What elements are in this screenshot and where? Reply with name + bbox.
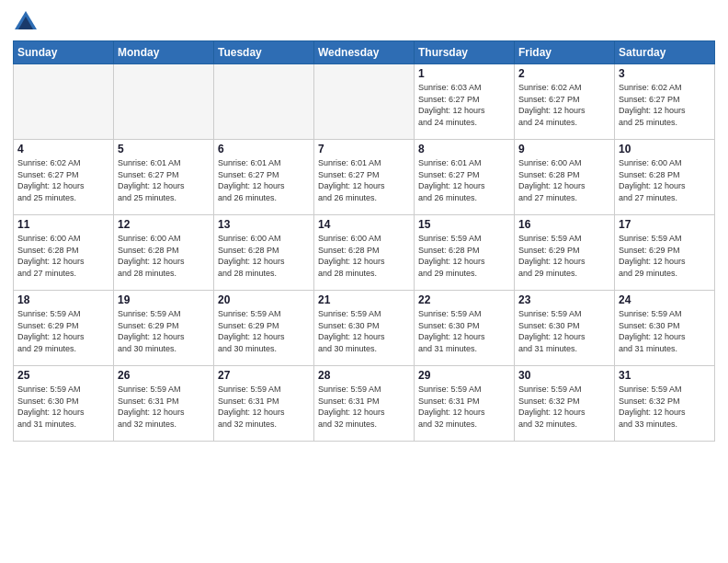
calendar-week-row: 18Sunrise: 5:59 AM Sunset: 6:29 PM Dayli… xyxy=(14,291,715,366)
col-header-tuesday: Tuesday xyxy=(214,41,314,64)
col-header-thursday: Thursday xyxy=(415,41,515,64)
day-info: Sunrise: 6:00 AM Sunset: 6:28 PM Dayligh… xyxy=(518,157,610,203)
day-info: Sunrise: 6:01 AM Sunset: 6:27 PM Dayligh… xyxy=(118,157,210,203)
calendar-week-row: 25Sunrise: 5:59 AM Sunset: 6:30 PM Dayli… xyxy=(14,366,715,442)
calendar-cell: 27Sunrise: 5:59 AM Sunset: 6:31 PM Dayli… xyxy=(214,366,314,442)
day-info: Sunrise: 5:59 AM Sunset: 6:30 PM Dayligh… xyxy=(619,308,711,354)
day-info: Sunrise: 5:59 AM Sunset: 6:29 PM Dayligh… xyxy=(619,233,711,279)
calendar-cell: 15Sunrise: 5:59 AM Sunset: 6:28 PM Dayli… xyxy=(415,215,515,291)
day-number: 10 xyxy=(619,143,711,155)
day-number: 1 xyxy=(418,67,510,80)
calendar-cell: 2Sunrise: 6:02 AM Sunset: 6:27 PM Daylig… xyxy=(515,64,615,140)
page: SundayMondayTuesdayWednesdayThursdayFrid… xyxy=(0,0,728,563)
calendar-cell: 14Sunrise: 6:00 AM Sunset: 6:28 PM Dayli… xyxy=(314,215,415,291)
calendar-week-row: 4Sunrise: 6:02 AM Sunset: 6:27 PM Daylig… xyxy=(14,140,715,215)
day-info: Sunrise: 6:00 AM Sunset: 6:28 PM Dayligh… xyxy=(318,233,410,279)
col-header-friday: Friday xyxy=(515,41,615,64)
calendar-cell: 11Sunrise: 6:00 AM Sunset: 6:28 PM Dayli… xyxy=(14,215,114,291)
day-info: Sunrise: 5:59 AM Sunset: 6:30 PM Dayligh… xyxy=(518,308,610,354)
calendar-cell xyxy=(114,64,214,140)
day-info: Sunrise: 6:02 AM Sunset: 6:27 PM Dayligh… xyxy=(518,82,610,128)
day-number: 2 xyxy=(518,67,610,80)
day-number: 3 xyxy=(619,67,711,80)
day-info: Sunrise: 6:02 AM Sunset: 6:27 PM Dayligh… xyxy=(17,157,109,203)
day-number: 15 xyxy=(418,218,510,231)
day-info: Sunrise: 6:03 AM Sunset: 6:27 PM Dayligh… xyxy=(418,82,510,128)
calendar-cell: 29Sunrise: 5:59 AM Sunset: 6:31 PM Dayli… xyxy=(415,366,515,442)
col-header-monday: Monday xyxy=(114,41,214,64)
day-info: Sunrise: 6:00 AM Sunset: 6:28 PM Dayligh… xyxy=(17,233,109,279)
day-info: Sunrise: 5:59 AM Sunset: 6:31 PM Dayligh… xyxy=(418,384,510,430)
day-info: Sunrise: 6:00 AM Sunset: 6:28 PM Dayligh… xyxy=(619,157,711,203)
day-number: 29 xyxy=(418,369,510,382)
day-number: 12 xyxy=(118,218,210,231)
day-info: Sunrise: 6:02 AM Sunset: 6:27 PM Dayligh… xyxy=(619,82,711,128)
day-number: 30 xyxy=(518,369,610,382)
day-info: Sunrise: 6:01 AM Sunset: 6:27 PM Dayligh… xyxy=(218,157,310,203)
calendar-cell: 8Sunrise: 6:01 AM Sunset: 6:27 PM Daylig… xyxy=(415,140,515,215)
calendar-cell: 22Sunrise: 5:59 AM Sunset: 6:30 PM Dayli… xyxy=(415,291,515,366)
calendar-cell xyxy=(314,64,415,140)
day-info: Sunrise: 5:59 AM Sunset: 6:28 PM Dayligh… xyxy=(418,233,510,279)
calendar-cell: 28Sunrise: 5:59 AM Sunset: 6:31 PM Dayli… xyxy=(314,366,415,442)
header xyxy=(13,9,715,35)
calendar-cell: 16Sunrise: 5:59 AM Sunset: 6:29 PM Dayli… xyxy=(515,215,615,291)
day-number: 27 xyxy=(218,369,310,382)
day-info: Sunrise: 6:01 AM Sunset: 6:27 PM Dayligh… xyxy=(418,157,510,203)
day-number: 14 xyxy=(318,218,410,231)
calendar-cell: 31Sunrise: 5:59 AM Sunset: 6:32 PM Dayli… xyxy=(615,366,715,442)
col-header-saturday: Saturday xyxy=(615,41,715,64)
calendar-cell: 12Sunrise: 6:00 AM Sunset: 6:28 PM Dayli… xyxy=(114,215,214,291)
col-header-wednesday: Wednesday xyxy=(314,41,415,64)
calendar-week-row: 11Sunrise: 6:00 AM Sunset: 6:28 PM Dayli… xyxy=(14,215,715,291)
day-info: Sunrise: 5:59 AM Sunset: 6:32 PM Dayligh… xyxy=(619,384,711,430)
day-info: Sunrise: 5:59 AM Sunset: 6:29 PM Dayligh… xyxy=(17,308,109,354)
day-info: Sunrise: 6:00 AM Sunset: 6:28 PM Dayligh… xyxy=(218,233,310,279)
day-number: 22 xyxy=(418,293,510,306)
calendar-header-row: SundayMondayTuesdayWednesdayThursdayFrid… xyxy=(14,41,715,64)
day-number: 31 xyxy=(619,369,711,382)
logo-icon xyxy=(13,9,39,35)
calendar-cell: 18Sunrise: 5:59 AM Sunset: 6:29 PM Dayli… xyxy=(14,291,114,366)
calendar-cell: 25Sunrise: 5:59 AM Sunset: 6:30 PM Dayli… xyxy=(14,366,114,442)
day-info: Sunrise: 6:00 AM Sunset: 6:28 PM Dayligh… xyxy=(118,233,210,279)
day-info: Sunrise: 6:01 AM Sunset: 6:27 PM Dayligh… xyxy=(318,157,410,203)
day-number: 26 xyxy=(118,369,210,382)
day-number: 18 xyxy=(17,293,109,306)
day-info: Sunrise: 5:59 AM Sunset: 6:31 PM Dayligh… xyxy=(318,384,410,430)
day-number: 23 xyxy=(518,293,610,306)
day-number: 16 xyxy=(518,218,610,231)
day-number: 20 xyxy=(218,293,310,306)
calendar-cell: 9Sunrise: 6:00 AM Sunset: 6:28 PM Daylig… xyxy=(515,140,615,215)
calendar-cell: 17Sunrise: 5:59 AM Sunset: 6:29 PM Dayli… xyxy=(615,215,715,291)
day-number: 19 xyxy=(118,293,210,306)
day-number: 9 xyxy=(518,143,610,155)
calendar-cell: 6Sunrise: 6:01 AM Sunset: 6:27 PM Daylig… xyxy=(214,140,314,215)
day-info: Sunrise: 5:59 AM Sunset: 6:31 PM Dayligh… xyxy=(118,384,210,430)
day-info: Sunrise: 5:59 AM Sunset: 6:32 PM Dayligh… xyxy=(518,384,610,430)
day-number: 17 xyxy=(619,218,711,231)
calendar-cell: 4Sunrise: 6:02 AM Sunset: 6:27 PM Daylig… xyxy=(14,140,114,215)
day-info: Sunrise: 5:59 AM Sunset: 6:31 PM Dayligh… xyxy=(218,384,310,430)
day-number: 7 xyxy=(318,143,410,155)
calendar-cell: 23Sunrise: 5:59 AM Sunset: 6:30 PM Dayli… xyxy=(515,291,615,366)
day-info: Sunrise: 5:59 AM Sunset: 6:29 PM Dayligh… xyxy=(118,308,210,354)
calendar-cell: 13Sunrise: 6:00 AM Sunset: 6:28 PM Dayli… xyxy=(214,215,314,291)
day-info: Sunrise: 5:59 AM Sunset: 6:30 PM Dayligh… xyxy=(318,308,410,354)
calendar-cell: 24Sunrise: 5:59 AM Sunset: 6:30 PM Dayli… xyxy=(615,291,715,366)
calendar-cell: 10Sunrise: 6:00 AM Sunset: 6:28 PM Dayli… xyxy=(615,140,715,215)
calendar-cell: 7Sunrise: 6:01 AM Sunset: 6:27 PM Daylig… xyxy=(314,140,415,215)
day-number: 24 xyxy=(619,293,711,306)
calendar-cell: 26Sunrise: 5:59 AM Sunset: 6:31 PM Dayli… xyxy=(114,366,214,442)
calendar-cell: 1Sunrise: 6:03 AM Sunset: 6:27 PM Daylig… xyxy=(415,64,515,140)
calendar-cell: 5Sunrise: 6:01 AM Sunset: 6:27 PM Daylig… xyxy=(114,140,214,215)
day-info: Sunrise: 5:59 AM Sunset: 6:30 PM Dayligh… xyxy=(418,308,510,354)
logo xyxy=(13,9,42,35)
calendar-cell xyxy=(14,64,114,140)
day-info: Sunrise: 5:59 AM Sunset: 6:30 PM Dayligh… xyxy=(17,384,109,430)
day-number: 6 xyxy=(218,143,310,155)
day-number: 21 xyxy=(318,293,410,306)
day-number: 4 xyxy=(17,143,109,155)
day-info: Sunrise: 5:59 AM Sunset: 6:29 PM Dayligh… xyxy=(218,308,310,354)
day-number: 11 xyxy=(17,218,109,231)
